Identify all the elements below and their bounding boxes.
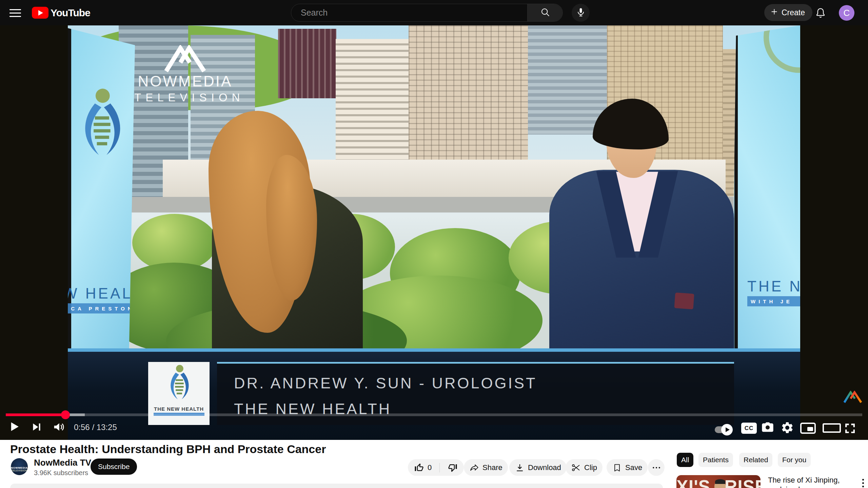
panel-right-subtitle: WITH JE [747,296,800,306]
menu-icon[interactable] [9,8,21,17]
search-input[interactable] [291,8,527,18]
miniplayer-button[interactable] [800,423,816,434]
avatar-initial: C [844,8,850,18]
thumbnail-text: XI'S RISE [676,476,761,488]
watch-info-section: Prostate Health: Understanding BPH and P… [0,440,868,488]
time-display: 0:56 / 13:25 [74,423,117,432]
download-icon [515,463,525,473]
related-channel: Vox [768,487,787,488]
chip-all[interactable]: All [677,453,693,467]
cc-icon: CC [745,425,754,432]
youtube-play-icon [32,7,48,19]
notifications-button[interactable] [814,7,827,20]
share-icon [469,463,479,473]
youtube-logo-text: YouTube [51,7,90,19]
autoplay-knob-play-icon [721,424,733,435]
channel-watermark-icon[interactable] [842,391,863,405]
video-player: W HEALTH ICA PRESTON THE NE WITH JE NOWM… [0,25,868,440]
panel-left-subtitle: ICA PRESTON [68,303,135,313]
chip-for-you[interactable]: For you [778,453,811,467]
like-button[interactable]: 0 [408,459,436,476]
volume-button[interactable] [53,421,65,433]
next-icon [31,421,43,433]
description-box[interactable] [10,484,663,488]
chip-patients[interactable]: Patients [698,453,733,467]
channel-avatar[interactable]: NOWMEDIA TELEVISION [11,458,28,475]
studio-panel-left: W HEALTH ICA PRESTON [68,28,135,369]
more-actions-button[interactable] [648,459,665,476]
video-title: Prostate Health: Understanding BPH and P… [10,443,326,456]
save-button[interactable]: Save [607,459,648,476]
fullscreen-icon [843,421,857,435]
create-label: Create [782,8,805,17]
volume-icon [53,421,65,433]
plus-icon [770,7,779,18]
search-button[interactable] [527,4,563,21]
share-button[interactable]: Share [464,459,508,476]
theater-mode-button[interactable] [823,423,841,433]
like-count: 0 [428,463,432,472]
video-frame[interactable]: W HEALTH ICA PRESTON THE NE WITH JE NOWM… [68,25,800,440]
search-bar [291,4,563,22]
chip-related[interactable]: Related [739,453,772,467]
download-button[interactable]: Download [509,459,567,476]
new-health-logo-small [161,362,197,405]
theater-icon [823,423,841,433]
miniplayer-icon [800,423,816,434]
account-avatar[interactable]: C [839,5,854,21]
played-bar [6,413,65,416]
next-button[interactable] [31,421,43,433]
youtube-logo[interactable]: YouTube [32,7,90,19]
voice-search-button[interactable] [572,4,590,22]
play-icon [7,419,22,434]
youtube-watch-page: YouTube Create C [0,0,868,488]
search-icon [540,7,550,18]
clip-button[interactable]: Clip [566,459,603,476]
gear-icon [781,421,794,434]
clip-icon [571,463,581,473]
nowmedia-watermark: NOWMEDIA TELEVISION [134,45,236,104]
dislike-button[interactable] [443,459,464,476]
panel-right-title: THE NE [747,278,800,295]
progress-bar[interactable] [6,413,862,416]
divider [439,463,440,472]
channel-name[interactable]: NowMedia TV [34,458,91,468]
more-icon [651,463,662,473]
nowmedia-m-icon [161,45,209,74]
studio-panel-right: THE NE WITH JE [730,25,800,368]
related-title[interactable]: The rise of Xi Jinping, explained [768,475,855,488]
like-icon [414,463,424,473]
settings-button[interactable] [781,421,794,434]
save-icon [612,463,622,473]
dislike-icon [448,463,458,473]
like-dislike-group: 0 [408,459,464,476]
new-health-logo [69,82,134,168]
mic-icon [576,7,586,19]
create-button[interactable]: Create [764,4,812,21]
captions-button[interactable]: CC [741,423,757,434]
related-menu-button[interactable] [859,477,867,488]
fullscreen-button[interactable] [843,421,857,435]
desk-edge [68,348,800,352]
bell-icon [814,14,827,20]
play-button[interactable] [7,419,22,434]
subscriber-count: 3.96K subscribers [34,469,88,477]
logo-ring [764,25,800,73]
masthead: YouTube Create C [0,0,868,25]
related-thumbnail[interactable]: XI'S RISE [676,475,761,488]
lower-third-name: DR. ANDREW Y. SUN - UROLOGIST [234,374,537,392]
scrubber-handle[interactable] [61,410,70,419]
camera-icon [761,421,774,434]
screenshot-button[interactable] [761,421,774,434]
subscribe-button[interactable]: Subscribe [91,459,137,475]
autoplay-toggle[interactable] [714,424,733,436]
